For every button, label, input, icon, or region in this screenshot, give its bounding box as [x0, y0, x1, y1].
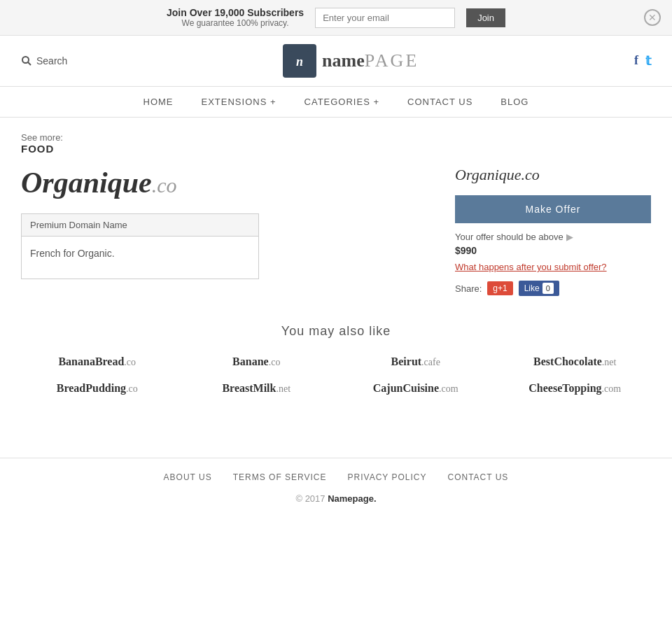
what-happens-link[interactable]: What happens after you submit offer?: [455, 262, 651, 272]
domain-name-bold: Organique: [21, 167, 152, 199]
social-links: f 𝕥: [634, 53, 651, 69]
nav-extensions[interactable]: EXTENSIONS +: [202, 97, 276, 107]
top-banner: Join Over 19,000 Subscribers We guarante…: [0, 0, 672, 36]
fb-count: 0: [542, 283, 554, 294]
see-more-link[interactable]: FOOD: [21, 143, 651, 155]
banner-text: Join Over 19,000 Subscribers We guarante…: [167, 7, 304, 28]
svg-text:n: n: [296, 55, 303, 69]
footer-terms[interactable]: TERMS OF SERVICE: [233, 472, 327, 482]
also-like-section: You may also like BananaBread.co Banane.…: [21, 324, 651, 395]
logo[interactable]: n namePAGE: [283, 44, 419, 78]
svg-line-1: [28, 62, 31, 65]
nav-contact[interactable]: CONTACT US: [407, 97, 472, 107]
search-trigger[interactable]: Search: [21, 55, 67, 66]
svg-point-0: [22, 57, 29, 63]
offer-amount: $990: [455, 245, 651, 256]
also-like-item-4[interactable]: BreadPudding.co: [57, 382, 138, 395]
logo-text: namePAGE: [322, 51, 419, 71]
footer-links: ABOUT US TERMS OF SERVICE PRIVACY POLICY…: [21, 472, 651, 482]
banner-headline: Join Over 19,000 Subscribers: [167, 7, 304, 18]
chevron-right-icon: ▶: [566, 232, 573, 242]
also-like-item-2[interactable]: Beirut.cafe: [391, 355, 440, 368]
see-more-section: See more: FOOD: [21, 132, 651, 155]
also-like-item-6[interactable]: CajunCuisine.com: [373, 382, 458, 395]
domain-ext: .co: [152, 174, 177, 197]
also-like-grid: BananaBread.co Banane.co Beirut.cafe Bes…: [21, 355, 651, 395]
footer-about[interactable]: ABOUT US: [164, 472, 212, 482]
footer-brand[interactable]: Namepage.: [328, 493, 376, 504]
nav-home[interactable]: HOME: [144, 97, 174, 107]
share-label: Share:: [455, 283, 482, 294]
facebook-like-button[interactable]: Like 0: [519, 281, 559, 296]
footer-contact[interactable]: CONTACT US: [447, 472, 508, 482]
main-content: See more: FOOD Organique.co Premium Doma…: [0, 118, 672, 444]
nav-blog[interactable]: BLOG: [500, 97, 528, 107]
also-like-item-3[interactable]: BestChocolate.net: [533, 355, 616, 368]
also-like-item-5[interactable]: BreastMilk.net: [222, 382, 290, 395]
domain-title: Organique.co: [21, 166, 427, 199]
search-icon: [21, 55, 32, 66]
main-nav: HOME EXTENSIONS + CATEGORIES + CONTACT U…: [0, 87, 672, 118]
domain-card-body: French for Organic.: [22, 237, 258, 279]
also-like-item-0[interactable]: BananaBread.co: [58, 355, 136, 368]
footer-privacy[interactable]: PRIVACY POLICY: [348, 472, 427, 482]
nav-categories[interactable]: CATEGORIES +: [304, 97, 379, 107]
close-banner-button[interactable]: ✕: [644, 9, 661, 26]
footer-copy: © 2017 Namepage.: [21, 493, 651, 504]
also-like-title: You may also like: [21, 324, 651, 339]
domain-card: Premium Domain Name French for Organic.: [21, 213, 259, 279]
google-plus-button[interactable]: g+1: [487, 281, 512, 295]
domain-section: Organique.co Premium Domain Name French …: [21, 166, 651, 296]
footer: ABOUT US TERMS OF SERVICE PRIVACY POLICY…: [0, 458, 672, 518]
domain-name-display: Organique.co: [455, 166, 651, 184]
email-input[interactable]: [315, 8, 455, 28]
fb-like-label: Like: [524, 283, 540, 293]
make-offer-button[interactable]: Make Offer: [455, 195, 651, 223]
twitter-icon[interactable]: 𝕥: [645, 53, 651, 69]
also-like-item-7[interactable]: CheeseTopping.com: [528, 382, 621, 395]
join-button[interactable]: Join: [466, 8, 505, 27]
domain-left: Organique.co Premium Domain Name French …: [21, 166, 427, 279]
domain-card-header: Premium Domain Name: [22, 214, 258, 237]
also-like-item-1[interactable]: Banane.co: [232, 355, 280, 368]
logo-n-icon: n: [290, 51, 309, 71]
facebook-icon[interactable]: f: [634, 53, 638, 69]
logo-name: name: [322, 50, 365, 71]
domain-right: Organique.co Make Offer Your offer shoul…: [455, 166, 651, 296]
header: Search n namePAGE f 𝕥: [0, 36, 672, 87]
banner-subtext: We guarantee 100% privacy.: [167, 18, 304, 28]
offer-info-text: Your offer should be above ▶: [455, 232, 651, 242]
offer-info-label: Your offer should be above: [455, 232, 564, 242]
footer-year: © 2017: [295, 493, 325, 504]
share-row: Share: g+1 Like 0: [455, 281, 651, 296]
search-label: Search: [36, 55, 67, 66]
logo-icon: n: [283, 44, 316, 78]
logo-page: PAGE: [365, 50, 419, 71]
see-more-label: See more:: [21, 132, 63, 143]
